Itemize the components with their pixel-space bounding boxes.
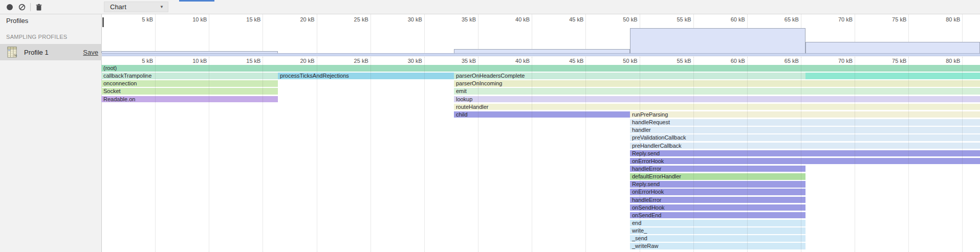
- overview-ruler-tick-label: 40 kB: [499, 16, 530, 22]
- flame-ruler-tick-label: 70 kB: [822, 58, 853, 64]
- overview-ruler-tick-label: 70 kB: [822, 16, 853, 22]
- flame-segment-onsendhook[interactable]: onSendHook: [630, 204, 805, 211]
- overview-ruler-tick-label: 35 kB: [445, 16, 476, 22]
- dropdown-arrow-icon: ▼: [160, 5, 164, 9]
- flame-gridline: [640, 57, 641, 252]
- flame-gridline: [855, 57, 856, 252]
- chart-pane: 5 kB10 kB15 kB20 kB25 kB30 kB35 kB40 kB4…: [102, 14, 980, 252]
- flame-segment-child[interactable]: child: [454, 111, 630, 118]
- overview-ruler-tick-label: 80 kB: [929, 16, 960, 22]
- record-icon: [7, 4, 13, 10]
- flame-ruler-tick-label: 30 kB: [391, 58, 422, 64]
- trash-icon: [35, 4, 42, 11]
- flame-segment-reply-send[interactable]: Reply.send: [630, 150, 980, 157]
- overview-gridline: [478, 14, 478, 53]
- toolbar-separator: [30, 3, 31, 11]
- flame-gridline: [209, 57, 210, 252]
- overview-step: [454, 49, 630, 53]
- heap-profiler-panel: Chart ▼ Profiles SAMPLING PROFILES % Pro…: [0, 0, 980, 252]
- flame-segment-onsendend[interactable]: onSendEnd: [630, 212, 805, 219]
- flame-gridline: [371, 57, 372, 252]
- overview-ruler-tick-label: 60 kB: [714, 16, 745, 22]
- flame-segment-handlerequest[interactable]: handleRequest: [630, 119, 980, 126]
- profile-icon: %: [7, 47, 17, 58]
- save-profile-link[interactable]: Save: [83, 49, 98, 56]
- overview-step: [805, 42, 980, 53]
- overview-ruler-tick-label: 55 kB: [661, 16, 691, 22]
- flame-segment-write-[interactable]: write_: [630, 227, 805, 234]
- flame-gridline: [478, 57, 479, 252]
- flame-gridline: [801, 57, 802, 252]
- view-mode-value: Chart: [110, 3, 126, 11]
- flame-segment-runpreparsing[interactable]: runPreParsing: [630, 111, 980, 118]
- flame-segment--send[interactable]: _send: [630, 235, 805, 242]
- flame-segment-processticksandrejections[interactable]: processTicksAndRejections: [278, 73, 454, 79]
- overview-ruler-tick-label: 45 kB: [553, 16, 583, 22]
- flame-segment-callbacktrampoline[interactable]: callbackTrampoline: [101, 73, 278, 79]
- flame-gridline: [693, 57, 694, 252]
- flame-gridline: [317, 57, 318, 252]
- overview-selection-band[interactable]: [102, 53, 980, 56]
- overview-ruler-tick-label: 15 kB: [230, 16, 260, 22]
- flame-segment-handler[interactable]: handler: [630, 127, 980, 133]
- flame-segment-prehandlercallback[interactable]: preHandlerCallback: [630, 143, 980, 149]
- flame-segment-prevalidationcallback[interactable]: preValidationCallback: [630, 134, 980, 141]
- flame-gridline: [908, 57, 909, 252]
- flame-segment-reply-send[interactable]: Reply.send: [630, 181, 805, 188]
- flame-gridline: [585, 57, 586, 252]
- flame-segment-parseronheaderscomplete[interactable]: parserOnHeadersComplete: [454, 73, 805, 79]
- flame-segment-onconnection[interactable]: onconnection: [101, 80, 278, 87]
- flame-segment-handleerror[interactable]: handleError: [630, 197, 805, 203]
- flame-segment-onerrorhook[interactable]: onErrorHook: [630, 189, 805, 195]
- profile-list-item[interactable]: % Profile 1 Save: [0, 44, 102, 60]
- overview-ruler-tick-label: 10 kB: [176, 16, 207, 22]
- flame-segment--root-[interactable]: (root): [101, 65, 980, 72]
- flame-ruler-tick-label: 50 kB: [607, 58, 638, 64]
- flame-ruler-tick-label: 20 kB: [284, 58, 315, 64]
- overview-gridline: [532, 14, 532, 53]
- overview-left-grip[interactable]: [102, 17, 104, 27]
- overview-ruler-tick-label: 75 kB: [876, 16, 906, 22]
- flame-gridline: [962, 57, 963, 252]
- overview-ruler-tick-label: 65 kB: [768, 16, 799, 22]
- flame-ruler-tick-label: 15 kB: [230, 58, 260, 64]
- overview-gridline: [263, 14, 263, 53]
- flame-gridline: [424, 57, 425, 252]
- flame-ruler-tick-label: 75 kB: [876, 58, 906, 64]
- flame-segment[interactable]: [805, 73, 980, 79]
- flame-ruler-tick-label: 35 kB: [445, 58, 476, 64]
- flame-segment--writeraw[interactable]: _writeRaw: [630, 243, 805, 249]
- flame-gridline: [532, 57, 533, 252]
- delete-profile-button[interactable]: [35, 4, 42, 11]
- flame-segment-handleerror[interactable]: handleError: [630, 166, 805, 172]
- flame-ruler-tick-label: 5 kB: [122, 58, 153, 64]
- overview-ruler-tick-label: 50 kB: [607, 16, 638, 22]
- overview-gridline: [424, 14, 425, 53]
- flame-ruler-tick-label: 55 kB: [661, 58, 691, 64]
- flame-gridline: [263, 57, 264, 252]
- profiles-sidebar: Profiles SAMPLING PROFILES % Profile 1 S…: [0, 14, 102, 252]
- profiler-toolbar: Chart ▼: [0, 0, 980, 14]
- sampling-profiles-section-label: SAMPLING PROFILES: [6, 34, 67, 40]
- flame-segment-socket[interactable]: Socket: [101, 88, 278, 95]
- flame-segment-onerrorhook[interactable]: onErrorHook: [630, 158, 980, 165]
- flame-ruler-tick-label: 25 kB: [338, 58, 368, 64]
- flame-ruler-tick-label: 40 kB: [499, 58, 530, 64]
- overview-ruler-tick-label: 5 kB: [122, 16, 153, 22]
- flame-segment-end[interactable]: end: [630, 220, 805, 226]
- overview-ruler-tick-label: 30 kB: [391, 16, 422, 22]
- flame-ruler-tick-label: 60 kB: [714, 58, 745, 64]
- flame-segment-readable-on[interactable]: Readable.on: [101, 96, 278, 103]
- flame-gridline: [155, 57, 156, 252]
- clear-profiles-button[interactable]: [18, 4, 26, 11]
- active-tab-indicator: [179, 0, 214, 2]
- flame-segment-defaulterrorhandler[interactable]: defaultErrorHandler: [630, 173, 805, 180]
- svg-text:%: %: [14, 54, 17, 57]
- overview-gridline: [585, 14, 586, 53]
- view-mode-select[interactable]: Chart ▼: [104, 2, 168, 12]
- overview-gridline: [317, 14, 317, 53]
- profiles-heading: Profiles: [6, 17, 28, 25]
- profile-name: Profile 1: [24, 49, 49, 56]
- overview-gridline: [371, 14, 371, 53]
- record-button[interactable]: [6, 4, 13, 11]
